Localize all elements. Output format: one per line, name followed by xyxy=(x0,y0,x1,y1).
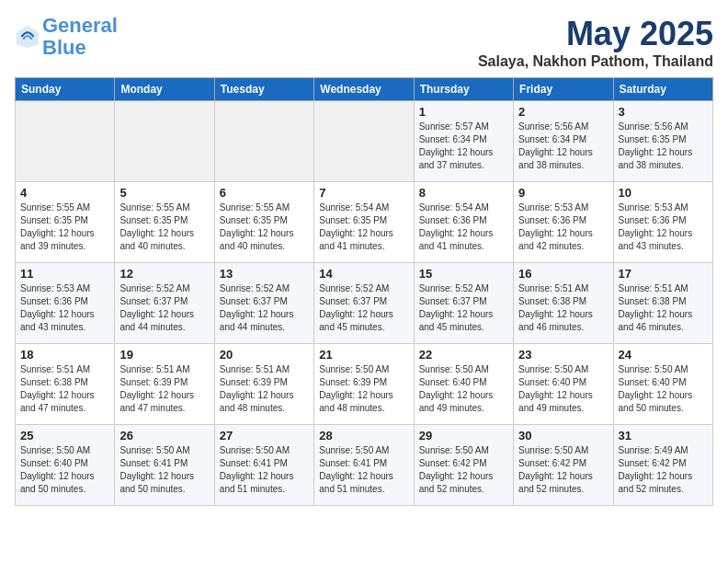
calendar-cell: 16Sunrise: 5:51 AM Sunset: 6:38 PM Dayli… xyxy=(514,263,613,344)
day-info: Sunrise: 5:50 AM Sunset: 6:40 PM Dayligh… xyxy=(419,363,508,415)
day-number: 26 xyxy=(119,429,209,442)
day-info: Sunrise: 5:55 AM Sunset: 6:35 PM Dayligh… xyxy=(20,201,109,253)
day-number: 17 xyxy=(619,267,708,281)
calendar-cell: 6Sunrise: 5:55 AM Sunset: 6:35 PM Daylig… xyxy=(214,182,313,263)
day-info: Sunrise: 5:53 AM Sunset: 6:36 PM Dayligh… xyxy=(619,201,708,253)
calendar-cell: 28Sunrise: 5:50 AM Sunset: 6:41 PM Dayli… xyxy=(314,425,414,506)
day-info: Sunrise: 5:52 AM Sunset: 6:37 PM Dayligh… xyxy=(220,282,309,334)
calendar-cell: 17Sunrise: 5:51 AM Sunset: 6:38 PM Dayli… xyxy=(613,263,712,344)
day-info: Sunrise: 5:52 AM Sunset: 6:37 PM Dayligh… xyxy=(119,282,209,334)
column-header-wednesday: Wednesday xyxy=(314,78,414,101)
day-number: 11 xyxy=(20,267,109,281)
logo-icon xyxy=(15,24,40,50)
day-number: 5 xyxy=(119,186,209,200)
calendar-cell: 26Sunrise: 5:50 AM Sunset: 6:41 PM Dayli… xyxy=(115,425,214,506)
day-info: Sunrise: 5:50 AM Sunset: 6:42 PM Dayligh… xyxy=(419,444,508,496)
day-number: 21 xyxy=(319,348,408,362)
day-info: Sunrise: 5:56 AM Sunset: 6:34 PM Dayligh… xyxy=(518,121,608,172)
calendar-title: May 2025 xyxy=(478,15,713,53)
week-row-4: 18Sunrise: 5:51 AM Sunset: 6:38 PM Dayli… xyxy=(16,344,713,425)
day-number: 6 xyxy=(220,186,309,200)
day-info: Sunrise: 5:50 AM Sunset: 6:39 PM Dayligh… xyxy=(319,363,408,415)
calendar-cell xyxy=(314,101,414,182)
day-number: 7 xyxy=(319,186,408,200)
day-number: 20 xyxy=(220,348,309,362)
calendar-cell: 30Sunrise: 5:50 AM Sunset: 6:42 PM Dayli… xyxy=(514,425,613,506)
day-info: Sunrise: 5:50 AM Sunset: 6:41 PM Dayligh… xyxy=(119,444,209,496)
calendar-cell: 9Sunrise: 5:53 AM Sunset: 6:36 PM Daylig… xyxy=(514,182,613,263)
day-info: Sunrise: 5:53 AM Sunset: 6:36 PM Dayligh… xyxy=(20,282,109,334)
day-number: 13 xyxy=(220,267,309,281)
day-number: 22 xyxy=(419,348,508,362)
calendar-cell: 12Sunrise: 5:52 AM Sunset: 6:37 PM Dayli… xyxy=(115,263,214,344)
calendar-cell: 25Sunrise: 5:50 AM Sunset: 6:40 PM Dayli… xyxy=(16,425,115,506)
logo: GeneralBlue xyxy=(15,15,118,59)
header-row: SundayMondayTuesdayWednesdayThursdayFrid… xyxy=(16,78,713,101)
calendar-cell: 7Sunrise: 5:54 AM Sunset: 6:35 PM Daylig… xyxy=(314,182,414,263)
day-info: Sunrise: 5:51 AM Sunset: 6:38 PM Dayligh… xyxy=(20,363,109,415)
day-info: Sunrise: 5:55 AM Sunset: 6:35 PM Dayligh… xyxy=(220,201,309,253)
calendar-cell: 2Sunrise: 5:56 AM Sunset: 6:34 PM Daylig… xyxy=(514,101,613,182)
calendar-cell: 19Sunrise: 5:51 AM Sunset: 6:39 PM Dayli… xyxy=(115,344,214,425)
calendar-cell: 10Sunrise: 5:53 AM Sunset: 6:36 PM Dayli… xyxy=(613,182,712,263)
day-info: Sunrise: 5:57 AM Sunset: 6:34 PM Dayligh… xyxy=(419,121,508,172)
day-number: 27 xyxy=(220,429,309,442)
calendar-cell xyxy=(16,101,115,182)
day-number: 23 xyxy=(518,348,608,362)
title-block: May 2025 Salaya, Nakhon Pathom, Thailand xyxy=(478,15,713,70)
calendar-cell: 29Sunrise: 5:50 AM Sunset: 6:42 PM Dayli… xyxy=(414,425,513,506)
day-info: Sunrise: 5:51 AM Sunset: 6:39 PM Dayligh… xyxy=(220,363,309,415)
day-number: 15 xyxy=(419,267,508,281)
day-number: 2 xyxy=(518,105,608,119)
day-info: Sunrise: 5:54 AM Sunset: 6:35 PM Dayligh… xyxy=(319,201,408,253)
day-info: Sunrise: 5:49 AM Sunset: 6:42 PM Dayligh… xyxy=(619,444,708,496)
calendar-cell: 5Sunrise: 5:55 AM Sunset: 6:35 PM Daylig… xyxy=(115,182,214,263)
day-number: 12 xyxy=(119,267,209,281)
column-header-saturday: Saturday xyxy=(613,78,712,101)
day-number: 19 xyxy=(119,348,209,362)
calendar-subtitle: Salaya, Nakhon Pathom, Thailand xyxy=(478,53,713,70)
calendar-cell: 3Sunrise: 5:56 AM Sunset: 6:35 PM Daylig… xyxy=(613,101,712,182)
day-info: Sunrise: 5:55 AM Sunset: 6:35 PM Dayligh… xyxy=(119,201,209,253)
day-number: 18 xyxy=(20,348,109,362)
column-header-thursday: Thursday xyxy=(414,78,513,101)
calendar-cell: 24Sunrise: 5:50 AM Sunset: 6:40 PM Dayli… xyxy=(613,344,712,425)
day-number: 16 xyxy=(518,267,608,281)
column-header-sunday: Sunday xyxy=(16,78,115,101)
calendar-cell: 18Sunrise: 5:51 AM Sunset: 6:38 PM Dayli… xyxy=(16,344,115,425)
calendar-table: SundayMondayTuesdayWednesdayThursdayFrid… xyxy=(15,77,713,506)
week-row-3: 11Sunrise: 5:53 AM Sunset: 6:36 PM Dayli… xyxy=(16,263,713,344)
calendar-cell xyxy=(214,101,313,182)
day-number: 9 xyxy=(518,186,608,200)
calendar-cell: 8Sunrise: 5:54 AM Sunset: 6:36 PM Daylig… xyxy=(414,182,513,263)
day-info: Sunrise: 5:53 AM Sunset: 6:36 PM Dayligh… xyxy=(518,201,608,253)
week-row-5: 25Sunrise: 5:50 AM Sunset: 6:40 PM Dayli… xyxy=(16,425,713,506)
day-info: Sunrise: 5:50 AM Sunset: 6:41 PM Dayligh… xyxy=(220,444,309,496)
day-info: Sunrise: 5:51 AM Sunset: 6:38 PM Dayligh… xyxy=(518,282,608,334)
calendar-cell: 20Sunrise: 5:51 AM Sunset: 6:39 PM Dayli… xyxy=(214,344,313,425)
calendar-cell: 31Sunrise: 5:49 AM Sunset: 6:42 PM Dayli… xyxy=(613,425,712,506)
day-number: 3 xyxy=(619,105,708,119)
day-info: Sunrise: 5:56 AM Sunset: 6:35 PM Dayligh… xyxy=(619,121,708,172)
day-info: Sunrise: 5:52 AM Sunset: 6:37 PM Dayligh… xyxy=(419,282,508,334)
calendar-cell: 22Sunrise: 5:50 AM Sunset: 6:40 PM Dayli… xyxy=(414,344,513,425)
calendar-cell: 13Sunrise: 5:52 AM Sunset: 6:37 PM Dayli… xyxy=(214,263,313,344)
column-header-tuesday: Tuesday xyxy=(214,78,313,101)
day-info: Sunrise: 5:51 AM Sunset: 6:38 PM Dayligh… xyxy=(619,282,708,334)
week-row-1: 1Sunrise: 5:57 AM Sunset: 6:34 PM Daylig… xyxy=(16,101,713,182)
calendar-cell: 4Sunrise: 5:55 AM Sunset: 6:35 PM Daylig… xyxy=(16,182,115,263)
calendar-cell: 1Sunrise: 5:57 AM Sunset: 6:34 PM Daylig… xyxy=(414,101,513,182)
day-info: Sunrise: 5:52 AM Sunset: 6:37 PM Dayligh… xyxy=(319,282,408,334)
week-row-2: 4Sunrise: 5:55 AM Sunset: 6:35 PM Daylig… xyxy=(16,182,713,263)
calendar-cell: 23Sunrise: 5:50 AM Sunset: 6:40 PM Dayli… xyxy=(514,344,613,425)
day-number: 14 xyxy=(319,267,408,281)
day-number: 8 xyxy=(419,186,508,200)
day-number: 24 xyxy=(619,348,708,362)
day-number: 30 xyxy=(518,429,608,442)
day-info: Sunrise: 5:54 AM Sunset: 6:36 PM Dayligh… xyxy=(419,201,508,253)
page-header: GeneralBlue May 2025 Salaya, Nakhon Path… xyxy=(15,15,713,70)
day-info: Sunrise: 5:50 AM Sunset: 6:40 PM Dayligh… xyxy=(518,363,608,415)
day-info: Sunrise: 5:50 AM Sunset: 6:42 PM Dayligh… xyxy=(518,444,608,496)
day-info: Sunrise: 5:50 AM Sunset: 6:40 PM Dayligh… xyxy=(619,363,708,415)
calendar-cell: 21Sunrise: 5:50 AM Sunset: 6:39 PM Dayli… xyxy=(314,344,414,425)
